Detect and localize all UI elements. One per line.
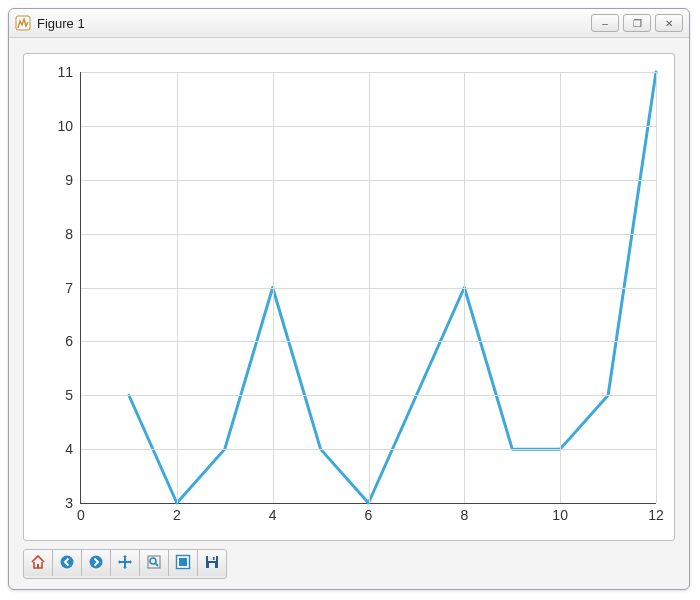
subplots-icon	[175, 554, 191, 573]
y-tick-label: 10	[57, 118, 73, 134]
zoom-icon	[146, 554, 162, 573]
svg-rect-12	[213, 557, 215, 560]
y-tick-label: 5	[65, 387, 73, 403]
svg-line-6	[155, 563, 158, 566]
minimize-icon: –	[602, 18, 608, 29]
figure-window: Figure 1 – ❐ ✕ 02468101234567891011	[8, 8, 690, 590]
minimize-button[interactable]: –	[591, 14, 619, 32]
home-button[interactable]	[24, 550, 53, 576]
forward-icon	[88, 554, 104, 573]
x-tick-label: 6	[365, 507, 373, 523]
axes[interactable]: 02468101234567891011	[80, 72, 656, 504]
grid-h	[81, 72, 656, 73]
y-tick-label: 11	[57, 64, 73, 80]
y-tick-label: 3	[65, 495, 73, 511]
svg-rect-11	[209, 563, 215, 568]
y-tick-label: 7	[65, 280, 73, 296]
x-tick-label: 12	[648, 507, 664, 523]
svg-rect-8	[179, 558, 187, 566]
svg-rect-10	[208, 556, 216, 561]
pan-button[interactable]	[111, 550, 140, 576]
svg-rect-1	[37, 564, 39, 568]
y-tick-label: 6	[65, 333, 73, 349]
save-icon	[204, 554, 220, 573]
close-icon: ✕	[665, 18, 673, 29]
grid-h	[81, 449, 656, 450]
y-tick-label: 4	[65, 441, 73, 457]
y-tick-label: 8	[65, 226, 73, 242]
subplots-button[interactable]	[169, 550, 198, 576]
x-tick-label: 0	[77, 507, 85, 523]
maximize-icon: ❐	[633, 18, 642, 29]
grid-h	[81, 126, 656, 127]
close-button[interactable]: ✕	[655, 14, 683, 32]
x-tick-label: 8	[460, 507, 468, 523]
grid-h	[81, 341, 656, 342]
titlebar[interactable]: Figure 1 – ❐ ✕	[9, 9, 689, 38]
grid-h	[81, 180, 656, 181]
svg-point-3	[90, 555, 103, 568]
svg-point-5	[150, 558, 156, 564]
plot-frame: 02468101234567891011	[23, 53, 675, 541]
save-button[interactable]	[198, 550, 226, 576]
grid-h	[81, 234, 656, 235]
maximize-button[interactable]: ❐	[623, 14, 651, 32]
grid-h	[81, 288, 656, 289]
app-icon	[15, 15, 31, 31]
y-tick-label: 9	[65, 172, 73, 188]
x-tick-label: 10	[552, 507, 568, 523]
svg-point-2	[61, 555, 74, 568]
grid-h	[81, 395, 656, 396]
home-icon	[30, 554, 46, 573]
x-tick-label: 2	[173, 507, 181, 523]
x-tick-label: 4	[269, 507, 277, 523]
back-button[interactable]	[53, 550, 82, 576]
window-title: Figure 1	[37, 16, 85, 31]
back-icon	[59, 554, 75, 573]
nav-toolbar	[23, 549, 227, 579]
zoom-button[interactable]	[140, 550, 169, 576]
grid-v	[656, 72, 657, 503]
forward-button[interactable]	[82, 550, 111, 576]
pan-icon	[117, 554, 133, 573]
